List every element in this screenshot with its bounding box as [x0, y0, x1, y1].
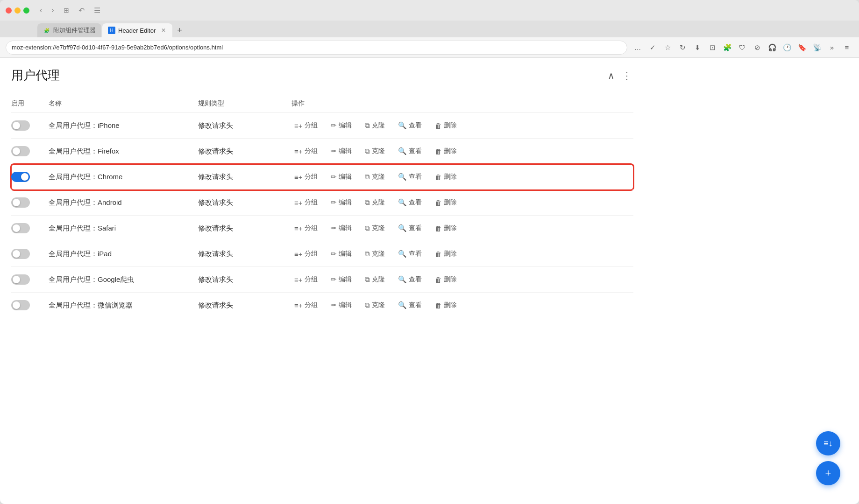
- row-actions: ≡+ 分组 ✏ 编辑 ⧉ 克隆 🔍 查看 🗑 删除: [291, 248, 633, 260]
- clone-button[interactable]: ⧉ 克隆: [362, 222, 388, 234]
- edit-button[interactable]: ✏ 编辑: [328, 222, 355, 234]
- col-header-type: 规则类型: [198, 95, 291, 113]
- edit-button[interactable]: ✏ 编辑: [328, 196, 355, 209]
- group-button[interactable]: ≡+ 分组: [291, 119, 320, 132]
- group-button[interactable]: ≡+ 分组: [291, 248, 320, 260]
- toggle-switch[interactable]: [11, 197, 30, 208]
- delete-button[interactable]: 🗑 删除: [432, 145, 460, 157]
- forward-button[interactable]: ›: [49, 4, 57, 16]
- group-button[interactable]: ≡+ 分组: [291, 222, 320, 234]
- view-button[interactable]: 🔍 查看: [395, 222, 425, 234]
- edit-label: 编辑: [339, 224, 352, 232]
- more-options-button[interactable]: ⋮: [620, 68, 633, 83]
- edit-label: 编辑: [339, 301, 352, 309]
- view-label: 查看: [409, 121, 422, 130]
- group-icon: ≡+: [294, 250, 303, 258]
- row-actions: ≡+ 分组 ✏ 编辑 ⧉ 克隆 🔍 查看 🗑 删除: [291, 171, 633, 183]
- extensions-button[interactable]: 🧩: [721, 41, 734, 54]
- add-rule-fab-button[interactable]: +: [816, 461, 840, 485]
- toggle-switch[interactable]: [11, 120, 30, 131]
- menu-button[interactable]: ≡: [840, 41, 853, 54]
- view-button[interactable]: 🔍 查看: [395, 171, 425, 183]
- reader-view-button[interactable]: ⊞: [61, 5, 72, 16]
- clone-button[interactable]: ⧉ 克隆: [362, 196, 388, 209]
- clone-button[interactable]: ⧉ 克隆: [362, 248, 388, 260]
- edit-button[interactable]: ✏ 编辑: [328, 299, 355, 311]
- rss-button[interactable]: 📡: [810, 41, 824, 54]
- close-button[interactable]: [6, 7, 12, 14]
- edit-button[interactable]: ✏ 编辑: [328, 119, 355, 132]
- toggle-switch[interactable]: [11, 172, 30, 182]
- filter-fab-button[interactable]: ≡↓: [816, 431, 840, 455]
- screenshot-button[interactable]: ⊡: [706, 41, 719, 54]
- delete-button[interactable]: 🗑 删除: [432, 248, 460, 260]
- tab-close-button[interactable]: ✕: [160, 26, 167, 35]
- rule-name: 全局用户代理：iPad: [49, 241, 198, 267]
- group-button[interactable]: ≡+ 分组: [291, 299, 320, 311]
- chevron-more-button[interactable]: »: [825, 41, 838, 54]
- clone-button[interactable]: ⧉ 克隆: [362, 273, 388, 286]
- delete-button[interactable]: 🗑 删除: [432, 273, 460, 286]
- minimize-button[interactable]: [14, 7, 21, 14]
- edit-button[interactable]: ✏ 编辑: [328, 171, 355, 183]
- tab-list-button[interactable]: ☰: [91, 4, 103, 17]
- tab-addon-manager[interactable]: 🧩 附加组件管理器: [37, 23, 101, 37]
- rule-name: 全局用户代理：iPhone: [49, 113, 198, 139]
- block-button[interactable]: ⊘: [751, 41, 764, 54]
- toggle-switch[interactable]: [11, 223, 30, 233]
- tab-header-editor[interactable]: H Header Editor ✕: [102, 23, 172, 37]
- delete-button[interactable]: 🗑 删除: [432, 196, 460, 209]
- clone-icon: ⧉: [365, 224, 370, 232]
- toggle-switch[interactable]: [11, 274, 30, 285]
- clone-button[interactable]: ⧉ 克隆: [362, 171, 388, 183]
- group-icon: ≡+: [294, 276, 303, 284]
- delete-button[interactable]: 🗑 删除: [432, 171, 460, 183]
- delete-icon: 🗑: [435, 122, 442, 130]
- download-button[interactable]: ⬇: [691, 41, 704, 54]
- view-button[interactable]: 🔍 查看: [395, 273, 425, 286]
- rules-table: 启用 名称 规则类型 操作 全局用户代理：iPhone修改请求头 ≡+: [11, 95, 633, 318]
- clone-button[interactable]: ⧉ 克隆: [362, 299, 388, 311]
- fab-container: ≡↓ +: [816, 431, 840, 485]
- toggle-switch[interactable]: [11, 146, 30, 156]
- edit-icon: ✏: [331, 147, 337, 155]
- headphones-button[interactable]: 🎧: [766, 41, 779, 54]
- rule-name: 全局用户代理：Android: [49, 190, 198, 216]
- address-bar[interactable]: moz-extension://e7bff97d-0d10-4f67-91a9-…: [6, 41, 627, 55]
- view-button[interactable]: 🔍 查看: [395, 119, 425, 132]
- toggle-switch[interactable]: [11, 300, 30, 310]
- clone-button[interactable]: ⧉ 克隆: [362, 119, 388, 132]
- group-button[interactable]: ≡+ 分组: [291, 145, 320, 157]
- delete-label: 删除: [444, 301, 457, 309]
- refresh-button[interactable]: ↻: [676, 41, 689, 54]
- history-button[interactable]: ↶: [76, 4, 87, 17]
- view-button[interactable]: 🔍 查看: [395, 145, 425, 157]
- table-row: 全局用户代理：Android修改请求头 ≡+ 分组 ✏ 编辑 ⧉ 克隆 🔍 查看: [11, 190, 633, 216]
- edit-button[interactable]: ✏ 编辑: [328, 273, 355, 286]
- group-button[interactable]: ≡+ 分组: [291, 273, 320, 286]
- collapse-button[interactable]: ∧: [606, 68, 617, 83]
- view-button[interactable]: 🔍 查看: [395, 248, 425, 260]
- delete-button[interactable]: 🗑 删除: [432, 299, 460, 311]
- edit-button[interactable]: ✏ 编辑: [328, 145, 355, 157]
- group-button[interactable]: ≡+ 分组: [291, 171, 320, 183]
- view-button[interactable]: 🔍 查看: [395, 299, 425, 311]
- view-button[interactable]: 🔍 查看: [395, 196, 425, 209]
- overflow-menu-button[interactable]: …: [631, 41, 644, 54]
- shield-button[interactable]: 🛡: [736, 41, 749, 54]
- delete-button[interactable]: 🗑 删除: [432, 119, 460, 132]
- toggle-switch[interactable]: [11, 249, 30, 259]
- maximize-button[interactable]: [23, 7, 29, 14]
- edit-button[interactable]: ✏ 编辑: [328, 248, 355, 260]
- delete-button[interactable]: 🗑 删除: [432, 222, 460, 234]
- new-tab-button[interactable]: +: [173, 23, 186, 37]
- col-header-actions: 操作: [291, 95, 633, 113]
- clock-button[interactable]: 🕐: [781, 41, 794, 54]
- back-button[interactable]: ‹: [37, 4, 45, 16]
- clone-button[interactable]: ⧉ 克隆: [362, 145, 388, 157]
- group-button[interactable]: ≡+ 分组: [291, 196, 320, 209]
- clone-label: 克隆: [372, 121, 385, 130]
- bookmark-button[interactable]: 🔖: [795, 41, 809, 54]
- star-button[interactable]: ☆: [661, 41, 674, 54]
- check-button[interactable]: ✓: [646, 41, 659, 54]
